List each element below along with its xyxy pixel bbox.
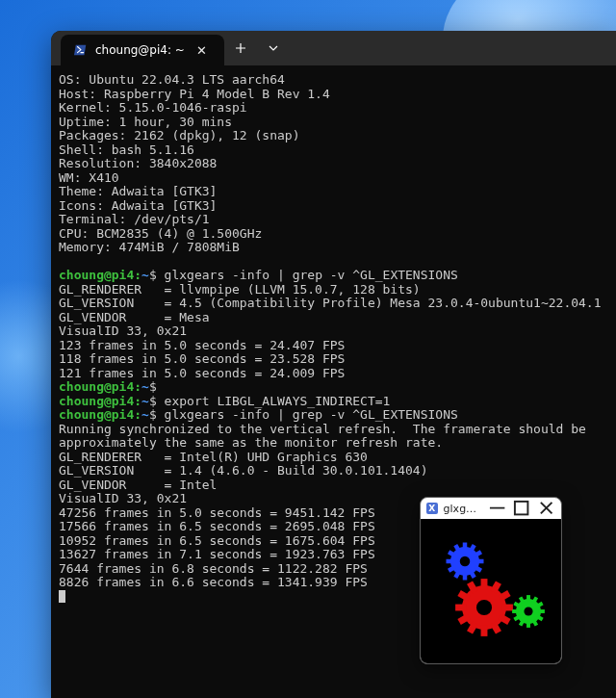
new-tab-button[interactable] bbox=[224, 31, 257, 65]
tab-active[interactable]: choung@pi4: ~ ✕ bbox=[61, 35, 224, 65]
cursor bbox=[59, 590, 65, 603]
glxgears-titlebar[interactable]: X glxg… bbox=[421, 498, 561, 519]
titlebar[interactable]: choung@pi4: ~ ✕ bbox=[51, 31, 616, 65]
output-line: 47256 frames in 5.0 seconds = 9451.142 F… bbox=[59, 505, 375, 520]
output-line: 7644 frames in 6.8 seconds = 1122.282 FP… bbox=[59, 561, 368, 576]
sysinfo-line: Host: Raspberry Pi 4 Model B Rev 1.4 bbox=[59, 87, 330, 101]
glxgears-canvas bbox=[421, 519, 561, 663]
command: export LIBGL_ALWAYS_INDIRECT=1 bbox=[157, 394, 391, 408]
close-button[interactable] bbox=[537, 501, 555, 516]
prompt: choung@pi4:~$ bbox=[59, 394, 157, 408]
prompt: choung@pi4:~$ bbox=[59, 407, 157, 422]
sysinfo-line: Uptime: 1 hour, 30 mins bbox=[59, 115, 232, 129]
output-line: VisualID 33, 0x21 bbox=[59, 323, 187, 338]
sysinfo-line: WM: X410 bbox=[59, 170, 119, 185]
output-line: GL_VERSION = 1.4 (4.6.0 - Build 30.0.101… bbox=[59, 463, 428, 478]
sysinfo-line: Terminal: /dev/pts/1 bbox=[59, 212, 210, 226]
sysinfo-line: Kernel: 5.15.0-1046-raspi bbox=[59, 100, 247, 115]
powershell-icon bbox=[74, 43, 88, 57]
output-line: GL_VERSION = 4.5 (Compatibility Profile)… bbox=[59, 296, 602, 310]
tab-close-button[interactable]: ✕ bbox=[192, 41, 211, 60]
command: glxgears -info | grep -v ^GL_EXTENSIONS bbox=[157, 407, 458, 422]
glxgears-window[interactable]: X glxg… bbox=[420, 497, 562, 664]
prompt: choung@pi4:~$ bbox=[59, 379, 157, 394]
output-line: Running synchronized to the vertical ref… bbox=[59, 422, 586, 436]
output-line: 13627 frames in 7.1 seconds = 1923.763 F… bbox=[59, 547, 375, 561]
output-line: 123 frames in 5.0 seconds = 24.407 FPS bbox=[59, 338, 345, 352]
sysinfo-line: Resolution: 3840x2088 bbox=[59, 156, 217, 170]
output-line: 8826 frames in 6.6 seconds = 1341.939 FP… bbox=[59, 575, 368, 589]
x11-icon: X bbox=[426, 503, 438, 514]
sysinfo-line: Theme: Adwaita [GTK3] bbox=[59, 184, 217, 198]
tab-label: choung@pi4: ~ bbox=[95, 43, 185, 57]
sysinfo-line: OS: Ubuntu 22.04.3 LTS aarch64 bbox=[59, 72, 285, 87]
sysinfo-line: Memory: 474MiB / 7808MiB bbox=[59, 240, 240, 254]
output-line: 17566 frames in 6.5 seconds = 2695.048 F… bbox=[59, 519, 375, 533]
output-line: 121 frames in 5.0 seconds = 24.009 FPS bbox=[59, 366, 345, 380]
maximize-button[interactable] bbox=[512, 501, 530, 516]
svg-rect-0 bbox=[515, 502, 528, 515]
tab-dropdown-button[interactable] bbox=[257, 31, 290, 65]
minimize-button[interactable] bbox=[488, 501, 506, 516]
sysinfo-line: Packages: 2162 (dpkg), 12 (snap) bbox=[59, 128, 299, 142]
glxgears-title: glxg… bbox=[444, 503, 477, 515]
output-line: GL_RENDERER = llvmpipe (LLVM 15.0.7, 128… bbox=[59, 282, 421, 297]
sysinfo-line: Icons: Adwaita [GTK3] bbox=[59, 198, 217, 213]
output-line: 118 frames in 5.0 seconds = 23.528 FPS bbox=[59, 351, 345, 366]
sysinfo-line: CPU: BCM2835 (4) @ 1.500GHz bbox=[59, 226, 262, 241]
sysinfo-line: Shell: bash 5.1.16 bbox=[59, 142, 194, 157]
output-line: 10952 frames in 6.5 seconds = 1675.604 F… bbox=[59, 533, 375, 548]
output-line: GL_VENDOR = Intel bbox=[59, 478, 217, 492]
output-line: GL_VENDOR = Mesa bbox=[59, 310, 210, 324]
command: glxgears -info | grep -v ^GL_EXTENSIONS bbox=[157, 268, 458, 282]
output-line: VisualID 33, 0x21 bbox=[59, 491, 187, 505]
output-line: approximately the same as the monitor re… bbox=[59, 435, 443, 450]
output-line: GL_RENDERER = Intel(R) UHD Graphics 630 bbox=[59, 450, 368, 464]
prompt: choung@pi4:~$ bbox=[59, 268, 157, 282]
